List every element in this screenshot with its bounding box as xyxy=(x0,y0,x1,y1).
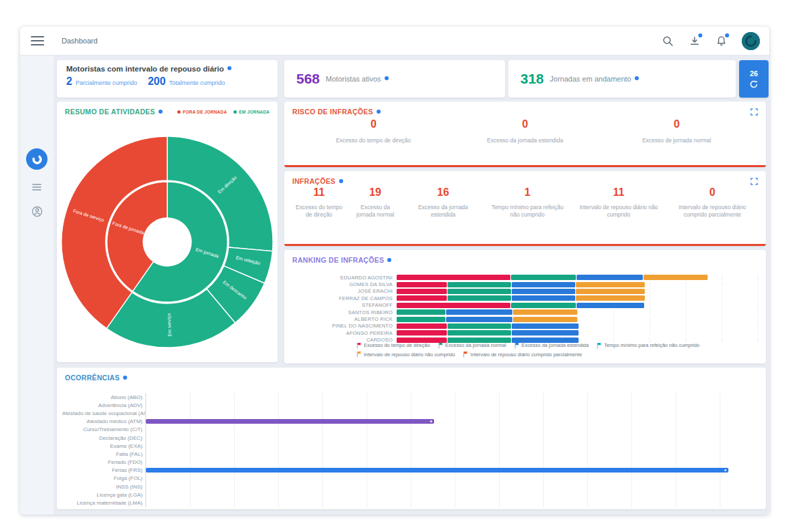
ranking-chart: EDUARDO AGOSTINIGOMES DA SILVAJOSÉ ERACH… xyxy=(292,274,759,344)
topbar-actions xyxy=(662,32,769,50)
ranking-bar-segment xyxy=(397,309,445,315)
ranking-bar-segment xyxy=(447,289,511,294)
occurrence-bar-track xyxy=(145,475,759,483)
ranking-row: AFONSO PEREIRA xyxy=(292,329,759,336)
jornadas-andamento-label: Jornadas em andamento xyxy=(550,75,639,83)
person-icon xyxy=(31,206,43,217)
ranking-row: SANTOS RIBEIRO xyxy=(292,309,759,315)
infraction-stat: 1Tempo mínimo para refeição não cumprido xyxy=(483,186,572,219)
stat-value: 19 xyxy=(351,186,399,198)
repouso-parcial-label: Parcialmente cumprido xyxy=(76,80,137,86)
risco-title: RISCO DE INFRAÇÕES xyxy=(292,108,373,116)
info-icon[interactable] xyxy=(377,110,381,114)
sidebar-item-profile[interactable] xyxy=(26,201,47,222)
occurrence-label: INSS (INS) xyxy=(62,484,145,490)
card-repouso-title: Motoristas com intervalo de repouso diár… xyxy=(66,65,278,73)
infraction-stat: 0Excesso do tempo de direção xyxy=(298,118,449,144)
infraction-stat: 19Excesso da jornada normal xyxy=(347,186,403,219)
legend-item[interactable]: FORA DE JORNADA xyxy=(177,110,227,114)
download-icon[interactable] xyxy=(688,35,700,47)
driver-name: AFONSO PEREIRA xyxy=(292,330,393,336)
ranking-bar-segment xyxy=(397,275,510,280)
risco-header: RISCO DE INFRAÇÕES xyxy=(284,102,766,116)
avatar[interactable] xyxy=(742,32,760,50)
ranking-legend: Excesso do tempo de direçãoExcesso da jo… xyxy=(357,342,761,360)
occurrence-bar-track xyxy=(145,491,759,499)
stat-value: 0 xyxy=(601,118,752,130)
occurrence-bar-track xyxy=(145,426,759,434)
repouso-total-label: Totalmente cumprido xyxy=(169,80,225,86)
legend-item[interactable]: Intervalo de repouso diário não cumprido xyxy=(357,351,455,358)
occurrence-bar-track xyxy=(145,458,759,467)
occurrence-row: Feriado (FDO) xyxy=(62,458,759,467)
occurrence-bar-track xyxy=(145,393,759,401)
sidebar-item-dashboard[interactable] xyxy=(26,148,47,170)
stat-label: Excesso da jornada estendida xyxy=(407,204,479,219)
ranking-bar-segment xyxy=(513,317,577,322)
info-icon[interactable] xyxy=(227,66,231,70)
resumo-header: RESUMO DE ATIVIDADES FORA DE JORNADAEM J… xyxy=(57,102,278,116)
notifications-icon[interactable] xyxy=(715,35,727,47)
ranking-bar-segment xyxy=(447,323,511,329)
info-icon[interactable] xyxy=(387,258,391,262)
occurrence-row: Declaração (DEC) xyxy=(62,434,759,442)
expand-icon[interactable] xyxy=(750,178,758,185)
stat-value: 11 xyxy=(576,186,662,198)
occurrence-bar-track xyxy=(145,499,759,507)
driver-name: SANTOS RIBEIRO xyxy=(292,309,393,315)
info-icon[interactable] xyxy=(123,376,127,380)
refresh-count: 26 xyxy=(750,70,758,78)
menu-icon[interactable] xyxy=(31,36,44,45)
occurrence-bar xyxy=(146,419,434,424)
download-badge xyxy=(698,33,702,37)
repouso-parcial-value: 2 xyxy=(66,76,72,88)
sidebar-item-list[interactable] xyxy=(26,176,47,198)
search-icon[interactable] xyxy=(662,35,674,47)
info-icon[interactable] xyxy=(385,76,389,80)
stat-label: Intervalo de repouso diário não cumprido xyxy=(576,204,662,219)
stat-label: Excesso do tempo de direção xyxy=(295,204,343,219)
expand-icon[interactable] xyxy=(750,108,758,116)
refresh-button[interactable]: 26 xyxy=(739,60,769,98)
legend-item[interactable]: Excesso da jornada normal xyxy=(438,342,506,349)
info-icon[interactable] xyxy=(339,179,343,183)
occurrence-label: Férias (FRS) xyxy=(62,467,145,473)
ranking-bar-segment xyxy=(397,282,447,287)
ranking-bar-segment xyxy=(397,289,447,294)
occurrence-bar-track xyxy=(145,434,759,442)
ranking-bar-segment xyxy=(512,330,579,336)
occurrence-row: Curso/Treinamento (C/T) xyxy=(62,426,759,434)
ranking-bar-track xyxy=(397,317,759,322)
driver-name: ALBERTO RICK xyxy=(292,316,393,322)
occurrence-label: Declaração (DEC) xyxy=(62,435,145,441)
ranking-legend-line: Intervalo de repouso diário não cumprido… xyxy=(357,351,761,360)
infracoes-title: INFRAÇÕES xyxy=(292,177,336,185)
occurrence-row: Folga (FOL) xyxy=(62,475,759,483)
stat-label: Excesso de jornada normal xyxy=(601,137,752,144)
legend-item[interactable]: Tempo mínimo para refeição não cumprido xyxy=(597,342,700,349)
occurrence-label: Atestado de saúde ocupacional (ASO) xyxy=(62,410,145,416)
resumo-legend: FORA DE JORNADAEM JORNADA xyxy=(177,110,270,114)
card-repouso-values: 2 Parcialmente cumprido 200 Totalmente c… xyxy=(66,76,278,88)
ranking-row: GOMES DA SILVA xyxy=(292,281,759,287)
info-icon[interactable] xyxy=(635,76,639,80)
infraction-stat: 0Excesso de jornada normal xyxy=(601,118,752,144)
ranking-bar-segment xyxy=(447,330,511,336)
ranking-bar-segment xyxy=(576,282,645,287)
occurrence-row: Exame (EXA) xyxy=(62,442,759,450)
infraction-stat: 11Intervalo de repouso diário não cumpri… xyxy=(572,186,666,219)
ocorrencias-header: OCORRÊNCIAS xyxy=(57,368,766,382)
occurrence-row: Atestado médico (ATM) xyxy=(62,418,759,426)
legend-item[interactable]: EM JORNADA xyxy=(233,110,270,114)
ranking-bar-segment xyxy=(512,289,575,294)
card-ocorrencias: OCORRÊNCIAS Abono (ABO)Advertência (ADV)… xyxy=(57,368,766,509)
occurrence-bar-track xyxy=(145,467,759,475)
info-icon[interactable] xyxy=(159,110,163,114)
occurrence-bar-track xyxy=(145,401,759,409)
legend-item[interactable]: Excesso do tempo de direção xyxy=(357,342,430,349)
ranking-bar-segment xyxy=(512,323,579,329)
card-infracoes: INFRAÇÕES 11Excesso do tempo de direção1… xyxy=(284,171,766,246)
legend-item[interactable]: Excesso da jornada estendida xyxy=(514,342,589,349)
legend-item[interactable]: Intervalo de repouso diário cumprido par… xyxy=(463,351,582,358)
occurrence-bar-track xyxy=(145,450,759,458)
